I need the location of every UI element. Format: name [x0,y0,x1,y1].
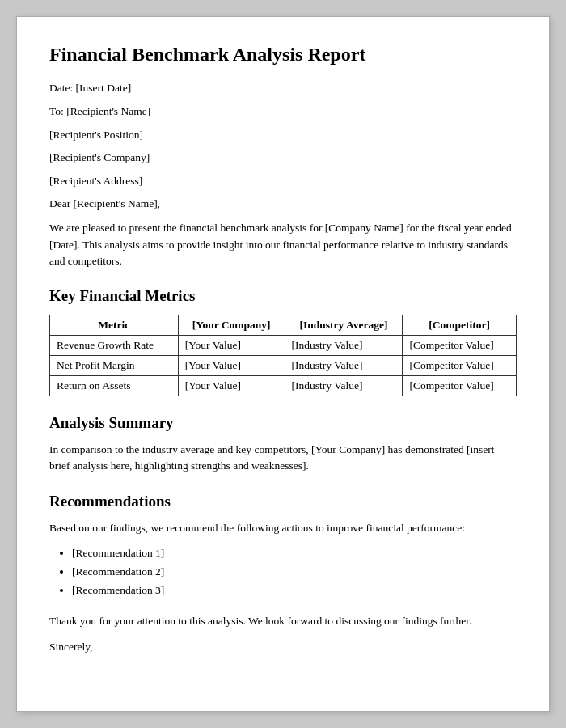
list-item: [Recommendation 1] [72,544,517,563]
closing-paragraph: Thank you for your attention to this ana… [49,613,517,629]
to-field: To: [Recipient's Name] [49,104,517,120]
table-row: Net Profit Margin [Your Value] [Industry… [50,356,517,376]
cell-industry-value-1: [Industry Value] [285,336,403,356]
metrics-table: Metric [Your Company] [Industry Average]… [49,315,517,396]
position-field: [Recipient's Position] [49,128,517,143]
list-item: [Recommendation 3] [72,582,517,600]
col-your-company: [Your Company] [178,315,285,336]
col-industry-average: [Industry Average] [285,315,403,336]
cell-metric-1: Revenue Growth Rate [50,336,179,356]
analysis-summary-heading: Analysis Summary [49,414,517,432]
cell-metric-2: Net Profit Margin [50,356,179,376]
cell-competitor-value-3: [Competitor Value] [403,376,517,396]
recommendations-list: [Recommendation 1] [Recommendation 2] [R… [72,544,517,600]
list-item: [Recommendation 2] [72,563,517,582]
col-metric: Metric [50,315,179,336]
cell-industry-value-3: [Industry Value] [285,376,403,396]
company-field: [Recipient's Company] [49,150,517,166]
cell-your-value-2: [Your Value] [178,356,285,376]
recommendations-heading: Recommendations [49,493,517,510]
intro-paragraph: We are pleased to present the financial … [49,220,517,269]
cell-industry-value-2: [Industry Value] [285,356,403,376]
table-header-row: Metric [Your Company] [Industry Average]… [50,315,517,336]
document-page: Financial Benchmark Analysis Report Date… [16,16,550,712]
col-competitor: [Competitor] [403,315,517,336]
date-field: Date: [Insert Date] [49,81,517,96]
table-row: Return on Assets [Your Value] [Industry … [50,376,517,396]
cell-metric-3: Return on Assets [50,376,179,396]
greeting-line: Dear [Recipient's Name], [49,197,517,210]
cell-your-value-1: [Your Value] [178,336,285,356]
cell-competitor-value-2: [Competitor Value] [403,356,517,376]
cell-competitor-value-1: [Competitor Value] [403,336,517,356]
key-metrics-heading: Key Financial Metrics [49,287,517,305]
report-title: Financial Benchmark Analysis Report [49,43,517,66]
analysis-paragraph: In comparison to the industry average an… [49,442,517,475]
cell-your-value-3: [Your Value] [178,376,285,396]
address-field: [Recipient's Address] [49,174,517,189]
recommendations-intro: Based on our findings, we recommend the … [49,520,517,536]
table-row: Revenue Growth Rate [Your Value] [Indust… [50,336,517,356]
sign-off: Sincerely, [49,641,517,654]
